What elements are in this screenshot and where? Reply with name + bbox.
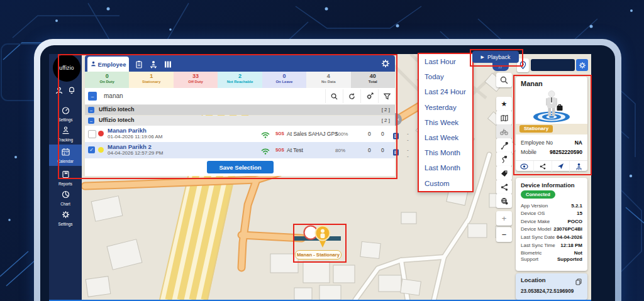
employee-checkbox-checked[interactable]: ✓: [88, 146, 95, 153]
status-on-leave[interactable]: 0On Leave: [262, 72, 306, 88]
org-person-icon[interactable]: [150, 60, 157, 71]
detail-action-row: [516, 160, 587, 172]
map-bike-button[interactable]: [496, 124, 512, 139]
refresh-icon[interactable]: [343, 89, 360, 103]
chevron-left-icon: ‹: [397, 116, 399, 123]
person-figure: [526, 89, 577, 123]
dash-col: --: [407, 147, 409, 160]
status-off-duty[interactable]: 33Off Duty: [174, 72, 218, 88]
sidebar-item-settings-top[interactable]: Settings: [49, 106, 82, 122]
map-trip-button[interactable]: [496, 152, 512, 167]
brand-logo[interactable]: uffizio: [53, 54, 80, 82]
user-icon[interactable]: [55, 85, 63, 97]
employee-checkbox[interactable]: [88, 130, 96, 138]
map-tag-button[interactable]: [496, 166, 512, 180]
bell-icon[interactable]: [68, 85, 75, 97]
group-checkbox[interactable]: –: [88, 118, 94, 124]
status-badge: Stationary: [519, 125, 553, 133]
connected-badge: Connected: [521, 190, 555, 199]
checkbox-dash: –: [90, 108, 92, 112]
group-name: Uffizio Iotech: [99, 106, 135, 112]
option-last-24-hour[interactable]: Last 24 Hour: [419, 84, 472, 99]
sidebar-item-label: Calendar: [49, 159, 82, 163]
option-this-month[interactable]: This Month: [419, 145, 472, 160]
share-button[interactable]: [533, 161, 552, 172]
person-pin-button[interactable]: [569, 161, 587, 172]
play-icon: ▶: [481, 55, 484, 60]
device-row-sync-time: Last Sync Time12:18 PM: [516, 243, 587, 248]
map-layers-button[interactable]: [496, 111, 512, 125]
device-row-sync-date: Last Sync Date04-04-2026: [516, 234, 587, 240]
status-on-duty[interactable]: 0On Duty: [85, 72, 129, 88]
filter-funnel-icon[interactable]: [378, 89, 396, 103]
employee-row-2[interactable]: ✓ Manan Parikh 2 04-04-2026 12:57:29 PM …: [85, 142, 395, 159]
group-checkbox[interactable]: –: [88, 107, 94, 113]
marker-pins: [301, 224, 333, 250]
device-row-model: Device Model23076PC4BI: [516, 226, 587, 232]
sidebar-item-tracking[interactable]: Tracking: [49, 126, 82, 142]
app-screen: uffizio Settings Tracking Calendar Repor…: [49, 54, 591, 301]
group-row-2[interactable]: – Uffizio Iotech [ 2 ]: [85, 116, 395, 126]
option-today[interactable]: Today: [419, 69, 472, 84]
sidebar-item-chart[interactable]: Chart: [49, 190, 82, 206]
plus-icon: +: [502, 214, 507, 223]
option-yesterday[interactable]: Yesterday: [419, 100, 472, 115]
checkbox-dash: –: [91, 94, 94, 99]
map-poi-star-button[interactable]: ★: [496, 97, 512, 111]
map-zoom-in-button[interactable]: +: [496, 211, 512, 226]
minus-icon: −: [502, 230, 507, 239]
form-icon[interactable]: [392, 131, 399, 142]
grid-columns-icon[interactable]: [164, 60, 172, 71]
navigate-button[interactable]: [552, 161, 570, 172]
location-card: Location 23.053824,72.5196909: [516, 273, 587, 300]
status-summary-bar: 0On Duty 1Stationary 33Off Duty 2Not Rea…: [85, 72, 395, 88]
wifi-icon: [261, 130, 270, 141]
slashes-icon: //: [499, 65, 502, 69]
field-employee-no: Employee NoNA: [516, 140, 587, 146]
checkbox-dash: –: [90, 119, 92, 123]
employee-icon: [91, 61, 96, 68]
status-stationary[interactable]: 1Stationary: [129, 72, 173, 88]
search-icon[interactable]: [325, 89, 343, 103]
map-zoom-out-button[interactable]: −: [496, 227, 512, 242]
status-not-reachable[interactable]: 2Not Reachable: [218, 72, 262, 88]
status-total[interactable]: 40Total: [351, 72, 395, 88]
panel-gear-icon[interactable]: [381, 59, 390, 70]
map-marker[interactable]: Manan - Stationary: [294, 225, 343, 260]
group-row-1[interactable]: – Uffizio Iotech [ 2 ]: [85, 105, 395, 115]
search-input[interactable]: manan: [104, 92, 123, 99]
option-last-week[interactable]: Last Week: [419, 130, 472, 145]
select-all-checkbox[interactable]: –: [88, 92, 97, 101]
option-custom[interactable]: Custom: [419, 176, 472, 191]
status-no-data[interactable]: 4No Data: [306, 72, 350, 88]
sidebar-item-calendar[interactable]: Calendar: [49, 145, 82, 166]
playback-button[interactable]: ▶ Playback: [472, 51, 519, 63]
sidebar-item-label: Chart: [49, 202, 82, 206]
map-geofence-button[interactable]: [496, 194, 512, 208]
tab-employee[interactable]: Employee: [87, 57, 129, 72]
eye-button[interactable]: [516, 161, 533, 172]
time-range-dropdown: Last Hour Today Last 24 Hour Yesterday T…: [418, 53, 474, 192]
form-icon[interactable]: [392, 147, 399, 158]
map-route-button[interactable]: [496, 138, 512, 153]
clipboard-icon[interactable]: [135, 60, 143, 71]
option-last-hour[interactable]: Last Hour: [419, 54, 472, 69]
map-settings-gear-button[interactable]: [576, 59, 588, 71]
gear-export-icon[interactable]: [360, 89, 378, 103]
brand-logo-text: uffizio: [59, 65, 74, 71]
topbar-collapse-handle[interactable]: //: [492, 63, 509, 71]
sidebar-item-reports[interactable]: Reports: [49, 170, 82, 186]
option-this-week[interactable]: This Week: [419, 115, 472, 130]
location-coordinates: 23.053824,72.5196909: [521, 288, 574, 294]
copy-icon[interactable]: [575, 276, 582, 288]
group-count: [ 2 ]: [382, 118, 390, 123]
sos-label: SOS: [275, 131, 284, 136]
map-share-button[interactable]: [496, 180, 512, 194]
map-search-button[interactable]: [496, 73, 512, 87]
sidebar-item-settings-bottom[interactable]: Settings: [49, 210, 82, 226]
option-last-month[interactable]: Last Month: [419, 160, 472, 175]
employee-row-1[interactable]: Manan Parikh 01-04-2026 11:19:06 AM SOS …: [85, 126, 395, 143]
save-selection-button[interactable]: Save Selection: [207, 161, 274, 173]
collapsed-header-bar[interactable]: [531, 59, 575, 71]
count-col-2: 0: [381, 131, 384, 137]
